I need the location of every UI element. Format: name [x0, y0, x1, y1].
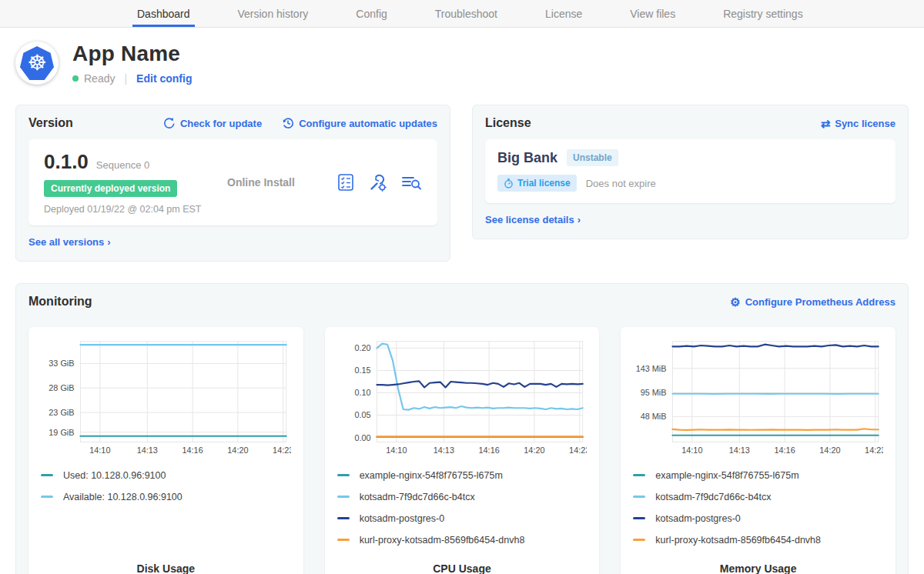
svg-text:14:16: 14:16 — [775, 446, 795, 455]
configure-automatic-updates-button[interactable]: Configure automatic updates — [282, 117, 437, 129]
edit-config-link[interactable]: Edit config — [136, 72, 192, 85]
svg-text:0.05: 0.05 — [354, 411, 370, 420]
svg-text:14:16: 14:16 — [182, 446, 203, 455]
svg-text:14:23: 14:23 — [569, 446, 588, 455]
monitoring-title: Monitoring — [28, 295, 92, 309]
legend-color-dash — [337, 474, 350, 476]
legend-color-dash — [633, 517, 645, 519]
tab-version-history[interactable]: Version history — [233, 0, 313, 27]
current-version-box: 0.1.0 Sequence 0 Currently deployed vers… — [28, 139, 437, 225]
tab-registry-settings[interactable]: Registry settings — [718, 0, 807, 27]
ready-status-dot — [72, 75, 79, 82]
legend-item: kotsadm-postgres-0 — [633, 513, 883, 523]
legend-color-dash — [41, 496, 53, 498]
legend-item: kurl-proxy-kotsadm-8569fb6454-dnvh8 — [633, 535, 883, 545]
svg-text:14:13: 14:13 — [433, 446, 454, 455]
legend-color-dash — [337, 517, 350, 519]
license-card-title: License — [485, 116, 531, 130]
release-notes-icon[interactable] — [400, 172, 422, 192]
edit-config-wrench-icon[interactable] — [368, 172, 388, 192]
chart-legend: example-nginx-54f8f76755-l675mkotsadm-7f… — [337, 470, 588, 556]
svg-text:143 MiB: 143 MiB — [636, 364, 667, 373]
sync-license-button[interactable]: ⇄ Sync license — [821, 118, 896, 129]
deployed-timestamp: Deployed 01/19/22 @ 02:04 pm EST — [44, 204, 221, 215]
app-header: ☸ App Name Ready | Edit config — [0, 28, 924, 85]
chart-plot: 14:1014:1314:1614:2014:230.200.150.100.0… — [337, 336, 588, 456]
chart-title: CPU Usage — [337, 562, 588, 574]
svg-text:14:13: 14:13 — [729, 446, 750, 455]
chart-title: Memory Usage — [633, 562, 883, 574]
legend-item: example-nginx-54f8f76755-l675m — [633, 470, 883, 480]
legend-item: kotsadm-7f9dc7d66c-b4tcx — [337, 492, 588, 502]
tab-license[interactable]: License — [541, 0, 587, 27]
legend-color-dash — [337, 496, 350, 498]
summary-cards-row: Version Check for update Configure au — [0, 105, 924, 262]
see-license-details-link[interactable]: See license details › — [485, 214, 581, 225]
tab-dashboard[interactable]: Dashboard — [132, 0, 195, 27]
see-all-versions-link[interactable]: See all versions › — [28, 236, 111, 248]
legend-item: Used: 10.128.0.96:9100 — [41, 470, 291, 480]
legend-label: Used: 10.128.0.96:9100 — [63, 470, 166, 481]
legend-label: kurl-proxy-kotsadm-8569fb6454-dnvh8 — [655, 535, 821, 546]
sync-arrows-icon: ⇄ — [821, 118, 831, 129]
legend-color-dash — [337, 539, 350, 541]
version-card-title: Version — [28, 116, 73, 130]
page-title: App Name — [72, 42, 192, 66]
svg-text:14:23: 14:23 — [865, 446, 883, 455]
kubernetes-icon: ☸ — [20, 46, 54, 80]
svg-text:14:20: 14:20 — [227, 446, 248, 455]
svg-text:14:10: 14:10 — [386, 446, 407, 455]
app-logo: ☸ — [15, 42, 59, 85]
svg-text:0.15: 0.15 — [354, 365, 370, 375]
top-navigation: Dashboard Version history Config Trouble… — [0, 0, 924, 28]
svg-text:0.10: 0.10 — [354, 388, 370, 397]
legend-label: kotsadm-7f9dc7d66c-b4tcx — [655, 492, 771, 502]
legend-label: example-nginx-54f8f76755-l675m — [360, 470, 503, 481]
preflight-checks-icon[interactable] — [336, 172, 356, 192]
legend-item: kurl-proxy-kotsadm-8569fb6454-dnvh8 — [337, 535, 588, 545]
chart-card-cpu-usage: 14:1014:1314:1614:2014:230.200.150.100.0… — [325, 327, 600, 574]
svg-text:14:13: 14:13 — [137, 446, 158, 455]
chart-card-memory-usage: 14:1014:1314:1614:2014:23143 MiB95 MiB48… — [621, 327, 896, 574]
svg-text:14:23: 14:23 — [273, 446, 291, 455]
stopwatch-icon — [504, 179, 514, 189]
legend-label: kotsadm-7f9dc7d66c-b4tcx — [360, 492, 475, 502]
legend-item: Available: 10.128.0.96:9100 — [41, 492, 291, 502]
check-for-update-button[interactable]: Check for update — [163, 117, 262, 129]
svg-text:19 GiB: 19 GiB — [49, 428, 74, 437]
monitoring-section: Monitoring ⚙ Configure Prometheus Addres… — [15, 283, 909, 574]
expiry-text: Does not expire — [586, 178, 656, 189]
charts-grid: 14:1014:1314:1614:2014:2333 GiB28 GiB23 … — [28, 327, 896, 574]
license-info-box: Big Bank Unstable Trial license Does not… — [485, 139, 896, 203]
legend-color-dash — [633, 496, 645, 498]
legend-label: kotsadm-postgres-0 — [360, 513, 444, 524]
legend-label: Available: 10.128.0.96:9100 — [63, 492, 182, 502]
svg-text:14:10: 14:10 — [682, 446, 703, 455]
customer-name: Big Bank — [497, 150, 557, 166]
sequence-label: Sequence 0 — [96, 159, 149, 171]
svg-text:23 GiB: 23 GiB — [49, 408, 74, 417]
tab-troubleshoot[interactable]: Troubleshoot — [430, 0, 502, 27]
svg-text:0.00: 0.00 — [354, 433, 370, 442]
svg-text:95 MiB: 95 MiB — [641, 388, 667, 397]
chart-card-disk-usage: 14:1014:1314:1614:2014:2333 GiB28 GiB23 … — [28, 327, 303, 574]
legend-color-dash — [633, 539, 645, 541]
legend-item: kotsadm-7f9dc7d66c-b4tcx — [633, 492, 883, 502]
trial-license-badge: Trial license — [497, 175, 577, 192]
legend-label: kurl-proxy-kotsadm-8569fb6454-dnvh8 — [360, 535, 525, 546]
legend-label: example-nginx-54f8f76755-l675m — [655, 470, 798, 481]
version-card: Version Check for update Configure au — [15, 105, 450, 262]
svg-text:14:20: 14:20 — [820, 446, 841, 455]
install-type-label: Online Install — [221, 176, 336, 189]
deployed-badge: Currently deployed version — [44, 180, 177, 197]
tab-view-files[interactable]: View files — [625, 0, 680, 27]
app-status-text: Ready — [84, 72, 115, 85]
tab-config[interactable]: Config — [351, 0, 391, 27]
chart-legend: Used: 10.128.0.96:9100Available: 10.128.… — [41, 470, 291, 513]
chart-plot: 14:1014:1314:1614:2014:2333 GiB28 GiB23 … — [41, 336, 291, 456]
divider: | — [124, 72, 127, 85]
chevron-right-icon: › — [578, 214, 581, 225]
refresh-icon — [163, 117, 176, 129]
configure-prometheus-button[interactable]: ⚙ Configure Prometheus Address — [730, 296, 896, 308]
channel-badge: Unstable — [567, 149, 618, 166]
